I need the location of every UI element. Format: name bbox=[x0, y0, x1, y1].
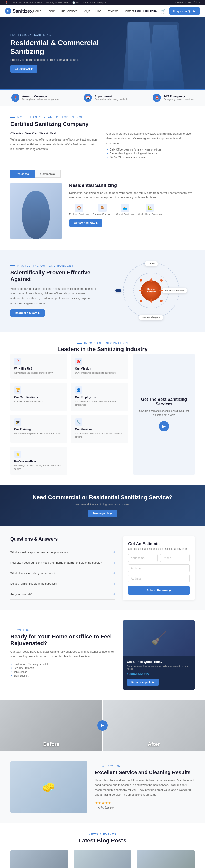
leader-services-text: We provide a wide range of sanitizing se… bbox=[75, 432, 125, 439]
topbar-phone: 1-800-000-1234 bbox=[175, 1, 192, 4]
estimate-subtitle: Give us a call and schedule an estimate … bbox=[128, 548, 190, 550]
mattress-icon: 🏠 bbox=[75, 204, 83, 212]
about-section: More than 25 Years of Experience Certifi… bbox=[0, 106, 205, 170]
hero-cta-button[interactable]: Get Started ▶ bbox=[10, 65, 37, 72]
before-label: Before bbox=[43, 741, 59, 747]
tabs-nav: Residential Commercial bbox=[10, 170, 195, 178]
effective-tag: Protecting Our Environment bbox=[10, 265, 97, 267]
leader-employees-title: Our Employees bbox=[75, 396, 125, 399]
tab-cta-button[interactable]: Get started now ▶ bbox=[69, 219, 102, 227]
ready-right-panel: 🧹 Get a Price Quote Today Our profession… bbox=[123, 620, 195, 689]
ready-right-image: 🧹 bbox=[123, 620, 195, 656]
effective-right: HarmfulAllergens Germs Viruses & Bacteri… bbox=[108, 260, 195, 321]
about-right: Our cleaners are selected and reviewed a… bbox=[106, 131, 195, 160]
feature-appointment-desc: Easy online scheduling available bbox=[95, 98, 128, 100]
tab-info: Residential Sanitizing Residential sanit… bbox=[69, 183, 195, 239]
twitter-icon[interactable]: t bbox=[196, 1, 197, 4]
hero-title: Residential & Commercial Sanitizing bbox=[10, 38, 100, 56]
excellent-stars: ★★★★★ bbox=[95, 801, 195, 805]
leader-training-text: We train our employees and equipment tod… bbox=[14, 432, 64, 436]
leader-card-cert: 🏆 Our Certifications Industry quality ce… bbox=[10, 382, 67, 411]
hero-subtitle: Protect your home and office from viruse… bbox=[10, 58, 100, 61]
estimate-column: Get An Estimate Give us a call and sched… bbox=[123, 536, 195, 600]
odors-label: Harmful Allergens bbox=[139, 315, 163, 320]
feature-appointment-text: Appointment Easy online scheduling avail… bbox=[95, 95, 128, 100]
estimate-phone-input[interactable] bbox=[160, 554, 190, 562]
leader-services-title: Our Services bbox=[75, 428, 125, 431]
faq-toggle-4: + bbox=[113, 582, 115, 586]
leader-why-title: Why Hire Us? bbox=[14, 367, 64, 370]
blog-card-3: What is Commercial What is Commercial Ac… bbox=[137, 850, 195, 868]
faq-title: Questions & Answers bbox=[10, 536, 115, 542]
leaders-right-text: Give us a call and schedule a visit. Req… bbox=[138, 409, 190, 417]
estimate-email-input[interactable] bbox=[128, 564, 190, 572]
effective-title: Scientifically Proven Effective Against bbox=[10, 269, 97, 283]
facebook-icon[interactable]: f bbox=[194, 1, 195, 4]
furniture-icon: 🪑 bbox=[98, 204, 107, 212]
estimate-submit-button[interactable]: Submit Request ▶ bbox=[128, 586, 190, 595]
about-features: Daily Office cleaning for many types of … bbox=[106, 148, 195, 159]
estimate-title: Get An Estimate bbox=[128, 541, 190, 546]
ready-feature-3: Top Support bbox=[10, 671, 115, 673]
commercial-banner-content: Need Commercial or Residential Sanitizin… bbox=[33, 494, 172, 517]
tab-info-text: Residential sanitizing helps you to keep… bbox=[69, 191, 195, 200]
leaders-tag: Important Information bbox=[10, 342, 195, 345]
nav-about[interactable]: About bbox=[46, 9, 54, 13]
ready-right-title: Get a Price Quote Today bbox=[127, 660, 191, 663]
faq-item-1[interactable]: What should I expect on my first appoint… bbox=[10, 547, 115, 557]
faq-item-4[interactable]: Do you furnish the cleaning supplies? + bbox=[10, 579, 115, 589]
faq-item-3[interactable]: What all is included in your service? + bbox=[10, 568, 115, 579]
leader-mission-title: Our Mission bbox=[75, 367, 125, 370]
blog-tag: News & Events bbox=[10, 833, 195, 836]
play-button[interactable]: ▶ bbox=[159, 421, 169, 431]
faq-item-2[interactable]: How often does our client need their hom… bbox=[10, 557, 115, 568]
cart-icon[interactable]: 🛒 bbox=[161, 9, 166, 13]
estimate-name-input[interactable] bbox=[128, 554, 158, 562]
blog-card-1-image bbox=[10, 850, 68, 868]
tab-residential[interactable]: Residential bbox=[10, 170, 35, 178]
ready-cta-button[interactable]: Request a quote ▶ bbox=[127, 679, 159, 686]
estimate-address-input[interactable] bbox=[128, 575, 190, 582]
diagram-center-label: HarmfulAllergens bbox=[146, 288, 156, 293]
feature-coverage-text: Areas of Coverage Serving local and surr… bbox=[22, 95, 59, 100]
topbar-hours: 🕐 Mon - Sat: 8.00 am - 6.00 pm bbox=[72, 1, 106, 4]
commercial-banner-btn[interactable]: Message Us ▶ bbox=[88, 510, 117, 517]
linkedin-icon[interactable]: in bbox=[198, 1, 200, 4]
faq-column: Questions & Answers What should I expect… bbox=[10, 536, 115, 600]
about-feature-3: 24/7 or 24 hr commercial service bbox=[106, 156, 195, 159]
leader-card-training: 🎓 Our Training We train our employees an… bbox=[10, 415, 67, 443]
ready-feature-4: Staff Support bbox=[10, 674, 115, 677]
nav-reviews[interactable]: Reviews bbox=[107, 9, 118, 13]
nav-services[interactable]: Our Services bbox=[60, 9, 77, 13]
blog-card-2-image bbox=[73, 850, 132, 868]
before-after-play-button[interactable]: ▶ bbox=[97, 720, 108, 731]
quote-button[interactable]: Request a Quote bbox=[169, 7, 200, 14]
feature-divider-2 bbox=[140, 94, 140, 101]
nav-home[interactable]: Home bbox=[33, 9, 41, 13]
nav-contact[interactable]: Contact bbox=[124, 9, 134, 13]
leader-card-professionalism: ⭐ Professionalism We always respond quic… bbox=[10, 447, 67, 475]
faq-item-5[interactable]: Are you insured? + bbox=[10, 589, 115, 599]
mattress-label: Mattress Sanitizing bbox=[69, 213, 89, 215]
estimate-form-row-3 bbox=[128, 575, 190, 582]
nav-faqs[interactable]: FAQs bbox=[82, 9, 90, 13]
excellent-image: 🧽 bbox=[10, 761, 87, 813]
tabs-section: Residential Commercial Residential Sanit… bbox=[0, 170, 205, 249]
leader-cert-text: Industry quality certifications bbox=[14, 400, 64, 404]
hero-tag: Professional Sanitizing bbox=[10, 34, 100, 36]
nav-blog[interactable]: Blog bbox=[95, 9, 101, 13]
excellent-content: Our Work Excellent Service and Cleaning … bbox=[95, 765, 195, 809]
feature-emergency-title: 24/7 Emergency bbox=[164, 95, 194, 98]
top-bar: 📍 123 Main Street, New York, USA ✉ info@… bbox=[0, 0, 205, 5]
estimate-form-row-2 bbox=[128, 564, 190, 572]
carpet-label: Carpet Sanitizing bbox=[116, 213, 134, 215]
employees-icon: 👤 bbox=[75, 386, 82, 394]
commercial-banner-title: Need Commercial or Residential Sanitizin… bbox=[33, 494, 172, 501]
feature-appointment-title: Appointment bbox=[95, 95, 128, 98]
tab-commercial[interactable]: Commercial bbox=[35, 170, 61, 178]
effective-cta-button[interactable]: Request a Quote ▶ bbox=[10, 309, 44, 317]
commercial-banner-subtitle: We have all the sanitizing services you … bbox=[33, 503, 172, 506]
effective-section: Protecting Our Environment Scientificall… bbox=[0, 249, 205, 332]
feature-coverage-title: Areas of Coverage bbox=[22, 95, 59, 98]
nav-links: Home About Our Services FAQs Blog Review… bbox=[33, 9, 134, 13]
